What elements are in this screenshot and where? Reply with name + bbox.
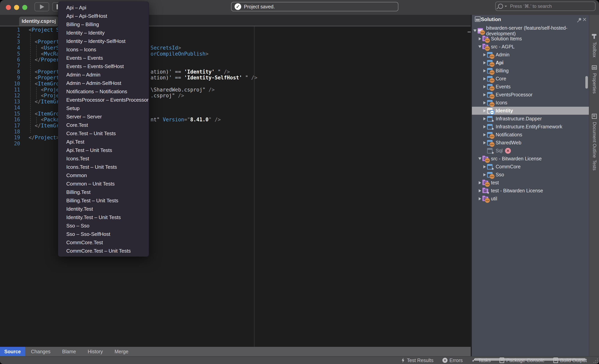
run-config-option[interactable]: Server – Server — [58, 113, 149, 121]
tool-tab-tests[interactable]: Tests — [589, 151, 599, 170]
run-config-option[interactable]: Events – Events — [58, 54, 149, 62]
disclosure-arrow[interactable] — [482, 117, 487, 120]
run-config-option[interactable]: Sso – Sso-SelfHost — [58, 230, 149, 238]
run-config-option[interactable]: CommCore.Test — [58, 238, 149, 247]
tree-row-bitwarden-server-feature-self-hosted-development[interactable]: bitwarden-server (feature/self-hosted-de… — [472, 27, 589, 35]
run-config-option[interactable]: Common — [58, 171, 149, 180]
tree-row-infrastructure-entityframework[interactable]: ✦Infrastructure.EntityFramework — [472, 123, 589, 131]
close-window-button[interactable] — [6, 5, 11, 10]
run-config-option[interactable]: Common – Unit Tests — [58, 180, 149, 188]
disclosure-arrow[interactable] — [482, 141, 487, 144]
run-config-option[interactable]: Identity.Test — [58, 205, 149, 213]
search-scope-chevron-icon[interactable] — [505, 6, 507, 7]
disclosure-arrow[interactable] — [482, 109, 487, 112]
view-tab-changes[interactable]: Changes — [25, 347, 56, 356]
run-config-option[interactable]: Events – Events-SelfHost — [58, 62, 149, 71]
zoom-window-button[interactable] — [22, 5, 27, 10]
status-build-output[interactable]: Build Output — [553, 358, 587, 363]
run-config-option[interactable]: Setup — [58, 104, 149, 113]
disclosure-arrow[interactable] — [477, 181, 482, 184]
run-config-option[interactable]: Api – Api — [58, 3, 149, 12]
disclosure-arrow[interactable] — [482, 69, 487, 72]
tree-row-api[interactable]: Api — [472, 59, 589, 67]
run-config-option[interactable]: Admin – Admin-SelfHost — [58, 79, 149, 87]
tree-row-events[interactable]: Events — [472, 83, 589, 91]
view-tab-source[interactable]: Source — [0, 347, 25, 356]
tree-row-icons[interactable]: Icons — [472, 99, 589, 107]
run-config-option[interactable]: CommCore.Test – Unit Tests — [58, 247, 149, 255]
run-config-option[interactable]: Billing.Test — [58, 188, 149, 196]
run-config-option[interactable]: Icons.Test – Unit Tests — [58, 163, 149, 171]
tool-tab-toolbox[interactable]: Toolbox — [589, 33, 599, 57]
disclosure-arrow[interactable] — [477, 37, 482, 40]
tree-row-eventsprocessor[interactable]: EventsProcessor — [472, 91, 589, 99]
run-button[interactable] — [35, 2, 49, 11]
tree-row-sso[interactable]: Sso — [472, 171, 589, 179]
tree-row-commcore[interactable]: ✦CommCore — [472, 163, 589, 171]
disclosure-arrow[interactable] — [472, 29, 477, 32]
disclosure-arrow[interactable] — [482, 93, 487, 96]
disclosure-arrow[interactable] — [482, 61, 487, 64]
tab-identity-csproj[interactable]: Identity.csproj — [19, 17, 59, 26]
status-tasks[interactable]: ✓Tasks — [472, 358, 491, 363]
tree-row-util[interactable]: util — [472, 195, 589, 203]
global-search[interactable] — [495, 1, 596, 11]
status-test-results[interactable]: Test Results — [401, 358, 433, 363]
tree-row-admin[interactable]: Admin — [472, 51, 589, 59]
disclosure-arrow[interactable] — [482, 85, 487, 88]
tree-row-src-bitwarden-license[interactable]: src - Bitwarden License — [472, 155, 589, 163]
tree-row-notifications[interactable]: Notifications — [472, 131, 589, 139]
disclosure-arrow[interactable] — [477, 189, 482, 192]
tree-row-src-agpl[interactable]: src - AGPL — [472, 43, 589, 51]
run-config-option[interactable]: Icons – Icons — [58, 45, 149, 54]
tree-row-test[interactable]: test — [472, 179, 589, 187]
tool-tab-document-outline[interactable]: Document Outline — [589, 113, 599, 158]
view-tab-merge[interactable]: Merge — [109, 347, 134, 356]
status-package-console[interactable]: Package Console — [500, 358, 544, 363]
run-config-option[interactable]: Notifications – Notifications — [58, 87, 149, 96]
run-config-option[interactable]: Billing – Billing — [58, 20, 149, 29]
run-config-option[interactable]: EventsProcessor – EventsProcessor — [58, 96, 149, 104]
minimize-window-button[interactable] — [14, 5, 19, 10]
tree-row-sharedweb[interactable]: SharedWeb — [472, 139, 589, 147]
tree-row-billing[interactable]: Billing — [472, 67, 589, 75]
run-config-option[interactable]: Identity – Identity — [58, 29, 149, 37]
view-tab-blame[interactable]: Blame — [56, 347, 82, 356]
disclosure-arrow[interactable] — [482, 133, 487, 136]
tree-item-label: Admin — [496, 52, 510, 58]
tree-row-test-bitwarden-license[interactable]: ✦test - Bitwarden License — [472, 187, 589, 195]
disclosure-arrow[interactable] — [477, 45, 482, 48]
tree-row-sql[interactable]: ✦Sql✕ — [472, 147, 589, 155]
status-errors[interactable]: ✕Errors — [442, 358, 463, 363]
disclosure-arrow[interactable] — [482, 53, 487, 56]
run-config-option[interactable]: Core.Test — [58, 121, 149, 129]
tree-row-identity[interactable]: Identity — [472, 107, 589, 115]
disclosure-arrow[interactable] — [482, 125, 487, 128]
run-config-option[interactable]: Icons.Test — [58, 154, 149, 163]
tool-tab-properties[interactable]: Properties — [589, 65, 599, 94]
run-config-option[interactable]: Core.Test – Unit Tests — [58, 129, 149, 138]
disclosure-arrow[interactable] — [477, 197, 482, 200]
tree-row-core[interactable]: Core — [472, 75, 589, 83]
run-config-option[interactable]: Api.Test – Unit Tests — [58, 146, 149, 154]
disclosure-arrow[interactable] — [477, 157, 482, 160]
search-input[interactable] — [510, 3, 595, 9]
resize-grip[interactable] — [593, 358, 598, 363]
close-pad-icon[interactable]: ✕ — [582, 16, 587, 23]
disclosure-arrow[interactable] — [482, 77, 487, 80]
view-tab-history[interactable]: History — [82, 347, 109, 356]
run-config-option[interactable]: Identity – Identity-SelfHost — [58, 37, 149, 45]
run-config-option[interactable]: Api – Api-SelfHost — [58, 12, 149, 20]
run-config-option[interactable]: Admin – Admin — [58, 71, 149, 79]
disclosure-arrow[interactable] — [482, 173, 487, 176]
disclosure-arrow[interactable] — [482, 165, 487, 168]
run-config-option[interactable]: Billing.Test – Unit Tests — [58, 196, 149, 205]
tree-row-infrastructure-dapper[interactable]: ✦Infrastructure.Dapper — [472, 115, 589, 123]
tree-row-solution-items[interactable]: Solution Items — [472, 35, 589, 43]
pin-pad-icon[interactable] — [577, 18, 582, 23]
tree-vertical-scrollbar[interactable] — [585, 76, 588, 89]
run-config-option[interactable]: Sso – Sso — [58, 222, 149, 230]
disclosure-arrow[interactable] — [482, 101, 487, 104]
run-config-option[interactable]: Api.Test — [58, 138, 149, 146]
run-config-option[interactable]: Identity.Test – Unit Tests — [58, 213, 149, 222]
